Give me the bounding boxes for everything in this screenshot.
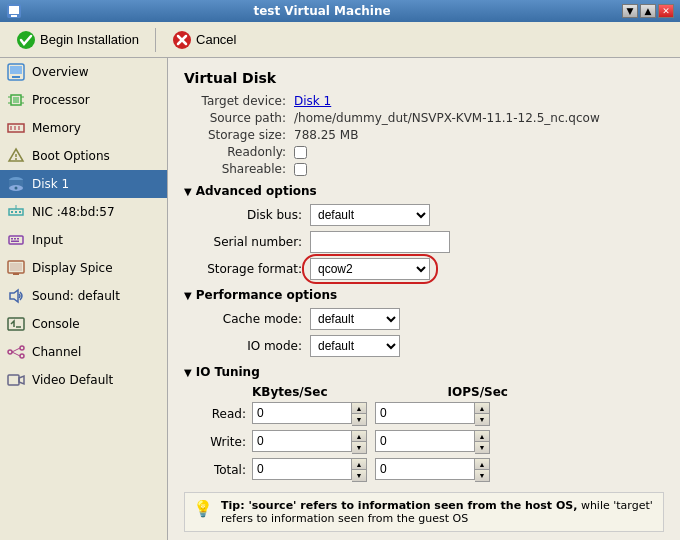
sidebar-sound-label: Sound: default [32, 289, 120, 303]
sidebar-item-channel[interactable]: Channel [0, 338, 167, 366]
read-iops-input[interactable] [375, 402, 475, 424]
boot-icon [6, 146, 26, 166]
read-kbytes-input[interactable] [252, 402, 352, 424]
total-iops-spinner: ▲ ▼ [475, 458, 490, 482]
svg-rect-37 [10, 263, 22, 271]
total-kbytes-spinbox: ▲ ▼ [252, 458, 367, 482]
total-iops-down[interactable]: ▼ [475, 470, 489, 481]
write-kbytes-down[interactable]: ▼ [352, 442, 366, 453]
window-controls[interactable]: ▼ ▲ ✕ [622, 4, 674, 18]
serial-number-input[interactable] [310, 231, 450, 253]
shareable-checkbox[interactable] [294, 163, 307, 176]
input-icon [6, 230, 26, 250]
total-iops-up[interactable]: ▲ [475, 459, 489, 470]
write-iops-input[interactable] [375, 430, 475, 452]
total-label: Total: [200, 463, 252, 477]
minimize-button[interactable]: ▼ [622, 4, 638, 18]
total-kbytes-down[interactable]: ▼ [352, 470, 366, 481]
io-mode-row: IO mode: default native threads [200, 335, 664, 357]
cancel-label: Cancel [196, 32, 236, 47]
sidebar-item-display-spice[interactable]: Display Spice [0, 254, 167, 282]
read-iops-down[interactable]: ▼ [475, 414, 489, 425]
sidebar-item-overview[interactable]: Overview [0, 58, 167, 86]
storage-format-select[interactable]: qcow2 raw vmdk vdi [310, 258, 430, 280]
serial-number-label: Serial number: [200, 235, 310, 249]
sidebar-console-label: Console [32, 317, 80, 331]
begin-installation-button[interactable]: Begin Installation [8, 28, 147, 52]
readonly-row: Readonly: [184, 145, 664, 159]
sidebar-item-memory[interactable]: Memory [0, 114, 167, 142]
target-device-value[interactable]: Disk 1 [294, 94, 331, 108]
storage-format-wrapper: qcow2 raw vmdk vdi [310, 258, 430, 280]
video-icon [6, 370, 26, 390]
sidebar-overview-label: Overview [32, 65, 89, 79]
source-path-value: /home/dummy_dut/NSVPX-KVM-11.1-12.5_nc.q… [294, 111, 600, 125]
shareable-row: Shareable: [184, 162, 664, 176]
write-kbytes-input[interactable] [252, 430, 352, 452]
iops-sec-label: IOPS/Sec [448, 385, 508, 399]
read-row: Read: ▲ ▼ ▲ ▼ [200, 402, 664, 426]
kbytes-sec-label: KBytes/Sec [252, 385, 328, 399]
window-title: test Virtual Machine [22, 4, 622, 18]
sidebar-item-sound[interactable]: Sound: default [0, 282, 167, 310]
cancel-button[interactable]: Cancel [164, 28, 244, 52]
svg-rect-31 [9, 236, 23, 244]
sidebar-item-input[interactable]: Input [0, 226, 167, 254]
write-iops-up[interactable]: ▲ [475, 431, 489, 442]
sidebar-boot-label: Boot Options [32, 149, 110, 163]
target-device-row: Target device: Disk 1 [184, 94, 664, 108]
sidebar-item-boot-options[interactable]: Boot Options [0, 142, 167, 170]
svg-rect-40 [8, 318, 24, 330]
advanced-options-title: Advanced options [196, 184, 317, 198]
sidebar-item-processor[interactable]: Processor [0, 86, 167, 114]
read-iops-up[interactable]: ▲ [475, 403, 489, 414]
io-tuning-arrow: ▼ [184, 367, 192, 378]
total-kbytes-spinner: ▲ ▼ [352, 458, 367, 482]
total-kbytes-up[interactable]: ▲ [352, 459, 366, 470]
svg-rect-11 [13, 97, 19, 103]
cache-mode-control: default none writethrough writeback [310, 308, 400, 330]
total-kbytes-input[interactable] [252, 458, 352, 480]
svg-marker-48 [19, 376, 24, 384]
svg-rect-29 [19, 211, 21, 213]
read-kbytes-spinner: ▲ ▼ [352, 402, 367, 426]
tip-bold: Tip: 'source' refers to information seen… [221, 499, 577, 512]
read-kbytes-down[interactable]: ▼ [352, 414, 366, 425]
performance-arrow: ▼ [184, 290, 192, 301]
io-tuning-header[interactable]: ▼ IO Tuning [184, 365, 664, 379]
svg-rect-35 [11, 241, 19, 243]
maximize-button[interactable]: ▲ [640, 4, 656, 18]
storage-size-label: Storage size: [184, 128, 294, 142]
sidebar: Overview Processor [0, 58, 168, 540]
sidebar-item-disk1[interactable]: Disk 1 [0, 170, 167, 198]
svg-rect-33 [14, 238, 16, 240]
io-mode-label: IO mode: [200, 339, 310, 353]
read-kbytes-up[interactable]: ▲ [352, 403, 366, 414]
write-kbytes-up[interactable]: ▲ [352, 431, 366, 442]
performance-options-header[interactable]: ▼ Performance options [184, 288, 664, 302]
check-icon [16, 30, 36, 50]
cancel-icon [172, 30, 192, 50]
svg-point-25 [15, 187, 18, 190]
readonly-checkbox[interactable] [294, 146, 307, 159]
serial-number-row: Serial number: [200, 231, 664, 253]
svg-rect-1 [9, 6, 19, 14]
svg-rect-9 [12, 76, 20, 78]
write-iops-down[interactable]: ▼ [475, 442, 489, 453]
svg-line-45 [12, 348, 20, 352]
begin-installation-label: Begin Installation [40, 32, 139, 47]
sidebar-item-nic[interactable]: NIC :48:bd:57 [0, 198, 167, 226]
advanced-options-header[interactable]: ▼ Advanced options [184, 184, 664, 198]
sidebar-input-label: Input [32, 233, 63, 247]
channel-icon [6, 342, 26, 362]
sidebar-item-video-default[interactable]: Video Default [0, 366, 167, 394]
total-iops-input[interactable] [375, 458, 475, 480]
io-mode-select[interactable]: default native threads [310, 335, 400, 357]
performance-options-title: Performance options [196, 288, 337, 302]
cache-mode-select[interactable]: default none writethrough writeback [310, 308, 400, 330]
disk-bus-select[interactable]: default virtio ide scsi [310, 204, 430, 226]
close-button[interactable]: ✕ [658, 4, 674, 18]
sidebar-item-console[interactable]: Console [0, 310, 167, 338]
svg-rect-17 [10, 126, 12, 130]
io-mode-control: default native threads [310, 335, 400, 357]
